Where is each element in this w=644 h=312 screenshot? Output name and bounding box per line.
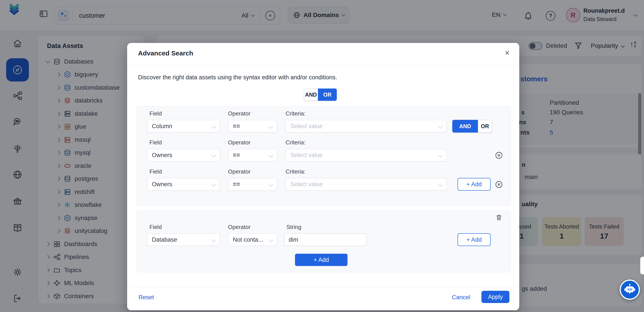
field-select[interactable]: Owners — [147, 149, 220, 162]
remove-rule-icon[interactable] — [495, 151, 503, 159]
root-and-or-toggle: AND OR — [304, 89, 337, 101]
operator-select[interactable]: == — [228, 149, 277, 162]
field-select[interactable]: Owners — [147, 178, 220, 191]
modal-footer-divider — [127, 286, 519, 287]
robot-icon — [622, 282, 637, 297]
delete-group-trash-icon[interactable] — [496, 214, 502, 221]
rule-or-button[interactable]: OR — [478, 120, 492, 132]
criteria-select[interactable]: Select value — [286, 178, 447, 191]
remove-rule-icon[interactable] — [495, 181, 503, 188]
operator-select[interactable]: Not conta... — [228, 233, 277, 246]
apply-button[interactable]: Apply — [482, 291, 510, 303]
reset-button[interactable]: Reset — [138, 294, 154, 301]
operator-select[interactable]: == — [228, 178, 277, 191]
add-group-button[interactable]: + Add — [295, 254, 348, 266]
add-rule-button[interactable]: + Add — [458, 233, 490, 246]
criteria-select[interactable]: Select value — [286, 120, 447, 132]
operator-select[interactable]: == — [228, 120, 277, 132]
rule-and-or-toggle: AND OR — [452, 120, 492, 132]
rule-and-button[interactable]: AND — [452, 120, 478, 132]
rule-group-1: Field Operator Criteria: Column == Selec… — [137, 106, 511, 206]
side-widget-edge[interactable] — [640, 257, 644, 274]
root-and-button[interactable]: AND — [304, 89, 318, 101]
add-rule-button[interactable]: + Add — [458, 178, 490, 191]
field-select[interactable]: Database — [147, 233, 220, 246]
modal-description: Discover the right data assets using the… — [138, 74, 337, 81]
modal-title: Advanced Search — [138, 50, 193, 57]
string-input[interactable]: dim — [284, 233, 367, 246]
modal-header-divider — [127, 65, 519, 66]
root-or-button[interactable]: OR — [318, 89, 337, 101]
criteria-select[interactable]: Select value — [286, 149, 447, 162]
app-window: ✦ ✦ customer All × All Domains EN — [0, 0, 644, 312]
chatbot-fab[interactable] — [620, 279, 640, 300]
cancel-button[interactable]: Cancel — [452, 294, 470, 301]
close-icon[interactable]: × — [505, 49, 510, 57]
advanced-search-modal: Advanced Search × Discover the right dat… — [127, 43, 519, 310]
field-select[interactable]: Column — [147, 120, 220, 132]
